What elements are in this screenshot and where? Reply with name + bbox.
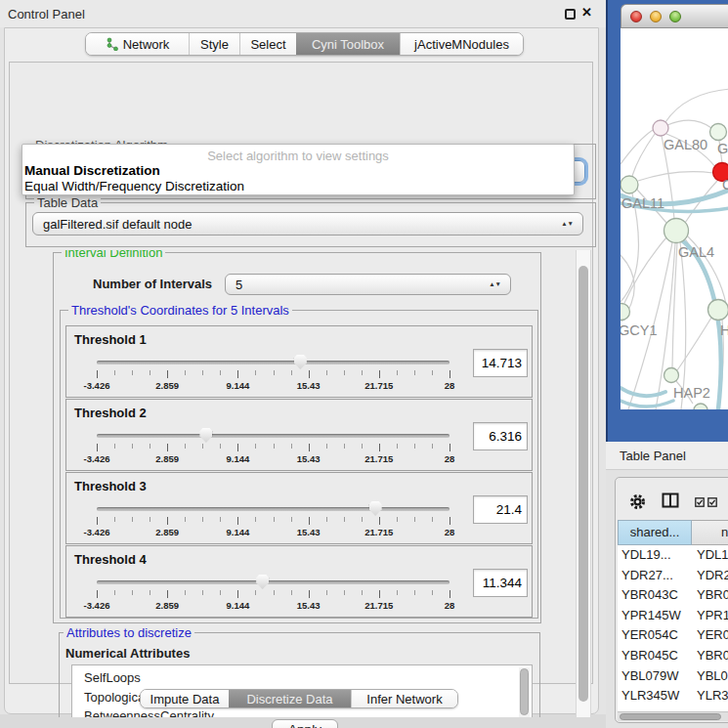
table-horizontal-scrollbar[interactable] (618, 711, 728, 721)
table-data-combobox[interactable]: galFiltered.sif default node ▲▼ (32, 212, 583, 236)
network-window-frame: GAL80GACGAL11GAL4GCY1HHAP2 (606, 0, 728, 442)
table-row[interactable]: YBR043CYBR0 (618, 585, 728, 606)
network-node-label: C (722, 177, 728, 193)
tab-discretize-data[interactable]: Discretize Data (229, 690, 351, 707)
network-node-gcy1[interactable] (621, 304, 630, 321)
network-edge[interactable] (665, 89, 728, 122)
tab-jactivemnodules[interactable]: jActiveMNodules (400, 33, 523, 55)
table-panel-header: Table Panel (606, 442, 728, 470)
settings-scrollbar[interactable] (576, 250, 591, 717)
network-edge[interactable] (638, 172, 713, 181)
panel-title: Control Panel (8, 7, 85, 21)
network-edge[interactable] (621, 130, 653, 164)
tab-style-label: Style (200, 37, 229, 52)
threshold-2-slider-thumb[interactable] (199, 428, 212, 443)
number-of-intervals-combobox[interactable]: 5 ▲▼ (225, 274, 511, 295)
network-node-gal4[interactable] (664, 219, 689, 243)
column-header-shared-name[interactable]: shared... (618, 520, 692, 545)
threshold-4-label: Threshold 4 (74, 552, 147, 567)
list-scrollbar[interactable] (519, 667, 530, 717)
network-node-label: GAL11 (621, 195, 664, 211)
threshold-2-label: Threshold 2 (74, 406, 147, 420)
table-row[interactable]: YBL079WYBL0 (618, 666, 728, 687)
table-row[interactable]: YDL19...YDL1 (618, 545, 728, 566)
bottom-tab-bar: Impute Data Discretize Data Infer Networ… (140, 689, 458, 708)
slider-ticks (97, 444, 450, 452)
tab-cyni-toolbox[interactable]: Cyni Toolbox (296, 33, 400, 55)
threshold-4-slider-thumb[interactable] (256, 575, 269, 589)
network-edge[interactable] (656, 243, 675, 409)
network-edge[interactable] (672, 243, 677, 367)
network-node-label: GA (717, 141, 728, 156)
threshold-1-slider-track[interactable] (97, 361, 450, 364)
table-rows: YDL19...YDL1YDR27...YDR2YBR043CYBR0YPR14… (618, 545, 728, 711)
network-node[interactable] (694, 404, 707, 409)
tab-infer-network[interactable]: Infer Network (351, 690, 457, 707)
slider-tick-labels: -3.4262.8599.14415.4321.71528 (97, 453, 450, 465)
threshold-panel-2: Threshold 2 -3.4262.8599.14415.4321.7152… (65, 399, 533, 471)
threshold-2-slider-track[interactable] (97, 434, 450, 438)
network-edge[interactable] (667, 120, 711, 128)
table-row[interactable]: YDR27...YDR2 (618, 566, 728, 586)
column-header-name[interactable]: na (692, 520, 728, 545)
float-window-icon[interactable] (565, 9, 576, 20)
network-node-gal11[interactable] (621, 176, 638, 193)
table-row[interactable]: YBR045CYBR0 (618, 646, 728, 666)
zoom-traffic-light-icon[interactable] (669, 11, 681, 22)
checked-column-icon[interactable] (707, 497, 717, 507)
network-node-gal80[interactable] (653, 120, 668, 136)
network-node-ga[interactable] (710, 124, 727, 141)
popup-item-manual-discretization[interactable]: Manual Discretization (24, 163, 160, 178)
apply-button[interactable]: Apply (272, 719, 338, 728)
settings-gear-icon[interactable] (629, 493, 646, 510)
tab-select[interactable]: Select (239, 33, 296, 55)
slider-ticks (97, 590, 450, 599)
network-edge[interactable] (677, 318, 711, 370)
popup-item-equal-width-frequency[interactable]: Equal Width/Frequency Discretization (24, 179, 244, 193)
threshold-3-value-field[interactable]: 21.4 (473, 495, 528, 524)
threshold-3-slider-thumb[interactable] (369, 501, 382, 516)
threshold-3-slider-track[interactable] (97, 507, 450, 511)
tab-jactivemnodules-label: jActiveMNodules (414, 37, 509, 52)
thresholds-group-title: Threshold's Coordinates for 5 Intervals (68, 303, 292, 318)
tab-discretize-data-label: Discretize Data (246, 692, 332, 707)
attributes-group-title: Attributes to discretize (64, 625, 194, 640)
tab-infer-network-label: Infer Network (366, 692, 442, 707)
slider-tick-labels: -3.4262.8599.14415.4321.71528 (97, 600, 450, 612)
network-edge[interactable] (632, 134, 655, 176)
minimize-traffic-light-icon[interactable] (650, 11, 662, 22)
tab-style[interactable]: Style (189, 33, 239, 55)
checked-column-icon[interactable] (695, 497, 705, 507)
stepper-arrows-icon: ▲▼ (561, 221, 574, 227)
numerical-attributes-label: Numerical Attributes (65, 646, 190, 661)
table-row[interactable]: YLR345WYLR3 (618, 686, 728, 707)
scrollbar-thumb[interactable] (620, 713, 721, 720)
table-row[interactable]: YER054CYER0 (618, 625, 728, 646)
threshold-2-value-field[interactable]: 6.316 (473, 422, 528, 450)
threshold-1-slider-thumb[interactable] (294, 355, 307, 369)
network-edge-thick[interactable] (621, 401, 673, 407)
network-node-h[interactable] (708, 300, 728, 321)
threshold-panel-1: Threshold 1 -3.4262.8599.14415.4321.7152… (65, 325, 533, 398)
threshold-1-value-field[interactable]: 14.713 (473, 349, 528, 377)
threshold-4-slider-track[interactable] (97, 580, 450, 584)
right-region: GAL80GACGAL11GAL4GCY1HHAP2 Table Panel s… (606, 0, 728, 728)
list-item[interactable]: SelfLoops (84, 668, 532, 688)
threshold-4-value-field[interactable]: 11.344 (473, 569, 528, 597)
tab-cyni-toolbox-label: Cyni Toolbox (312, 37, 384, 52)
close-icon[interactable]: ✕ (581, 5, 592, 20)
tab-impute-data-label: Impute Data (150, 692, 220, 707)
close-traffic-light-icon[interactable] (630, 11, 642, 22)
network-canvas[interactable]: GAL80GACGAL11GAL4GCY1HHAP2 (621, 28, 728, 409)
table-data-group: Table Data galFiltered.sif default node … (25, 202, 596, 247)
split-columns-icon[interactable] (662, 492, 679, 508)
tab-network[interactable]: Network (86, 33, 189, 55)
tab-impute-data[interactable]: Impute Data (141, 690, 229, 707)
network-window-titlebar[interactable] (621, 4, 728, 28)
scrollbar-thumb[interactable] (578, 266, 588, 702)
threshold-panel-3: Threshold 3 -3.4262.8599.14415.4321.7152… (65, 472, 533, 544)
table-row[interactable]: YPR145WYPR1 (618, 606, 728, 626)
slider-tick-labels: -3.4262.8599.14415.4321.71528 (97, 527, 450, 538)
network-node-hap2[interactable] (664, 368, 679, 383)
table-panel-title: Table Panel (620, 449, 686, 463)
